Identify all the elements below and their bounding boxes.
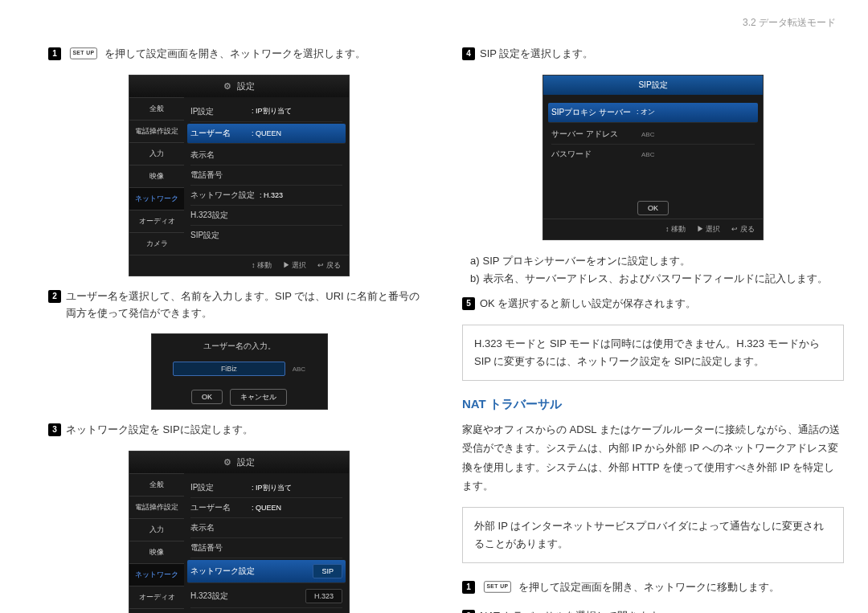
row-net: ネットワーク設定 [190, 190, 255, 201]
note-h323-sip: H.323 モードと SIP モードは同時には使用できません。H.323 モード… [462, 325, 844, 381]
r3-user: ユーザー名 [190, 502, 247, 513]
sip-pw-abc: ABC [641, 151, 654, 158]
row-tel: 電話番号 [190, 170, 247, 181]
step-3-text: ネットワーク設定を SIPに設定します。 [66, 422, 253, 439]
nat-bullet-2: 2 [462, 610, 475, 613]
sidebar-audio: オーディオ [129, 210, 184, 232]
sip-ok-btn: OK [637, 201, 669, 215]
sub-a-text: SIP プロキシサーバーをオンに設定します。 [483, 252, 690, 270]
step-4: 4 SIP 設定を選択します。 [462, 46, 844, 63]
settings-screenshot-1: ⚙ 設定 全般 電話操作設定 入力 映像 ネットワーク オーディオ カメラ IP… [129, 75, 350, 276]
r3-disp: 表示名 [190, 522, 247, 533]
sidebar-camera: カメラ [129, 232, 184, 255]
sidebar-network: ネットワーク [129, 187, 184, 210]
sip-title: SIP設定 [543, 76, 763, 95]
r3-user-v: : QUEEN [252, 504, 281, 512]
setup-key-2: SET UP [484, 581, 511, 592]
sub-b-label: b) [470, 270, 480, 288]
sub-a-label: a) [470, 252, 480, 270]
sip-proxy: SIPプロキシ サーバー [551, 107, 632, 118]
r3-h323: H.323設定 [190, 591, 247, 602]
row-user-v: : QUEEN [252, 129, 281, 137]
sip-pw: パスワード [551, 149, 632, 160]
settings-title: 設定 [237, 81, 255, 91]
settings-screenshot-3: ⚙ 設定 全般 電話操作設定 入力 映像 ネットワーク オーディオ カメラ IP… [129, 451, 350, 613]
row-net-v: : H.323 [260, 191, 283, 199]
sidebar-phoneop: 電話操作設定 [129, 120, 184, 142]
bullet-5: 5 [462, 297, 475, 310]
left-column: 1 SET UP を押して設定画面を開き、ネットワークを選択します。 ⚙ 設定 … [48, 46, 430, 613]
sb3-phoneop: 電話操作設定 [129, 496, 184, 518]
row-h323: H.323設定 [190, 210, 247, 221]
r3-ip-v: : IP割り当て [252, 483, 292, 493]
row-sip: SIP設定 [190, 230, 247, 241]
step-5: 5 OK を選択すると新しい設定が保存されます。 [462, 296, 844, 313]
setup-key: SET UP [70, 47, 97, 59]
step-2-text: ユーザー名を選択して、名前を入力します。SIP では、URI に名前と番号の両方… [66, 288, 430, 322]
sb3-input: 入力 [129, 518, 184, 541]
row-disp: 表示名 [190, 149, 247, 161]
nat-step-1: 1 SET UP を押して設定画面を開き、ネットワークに移動します。 [462, 579, 844, 596]
footer4-select: ▶ 選択 [697, 224, 721, 235]
footer-move: ↕ 移動 [252, 260, 272, 271]
input-title: ユーザー名の入力。 [152, 334, 327, 358]
row-user: ユーザー名 [190, 128, 247, 139]
gear-icon-2: ⚙ [223, 457, 231, 467]
nat-step-2-text: NAT トラバーサルを選択して開きます。 [480, 608, 669, 613]
input-field-value: FiBiz [173, 362, 285, 376]
sip-settings-screenshot: SIP設定 SIPプロキシ サーバー: オン サーバー アドレスABC パスワー… [542, 75, 764, 240]
bullet-4: 4 [462, 47, 475, 60]
nat-step-1-text: を押して設定画面を開き、ネットワークに移動します。 [518, 581, 780, 593]
footer4-back: ↩ 戻る [731, 224, 755, 235]
r3-ip: IP設定 [190, 482, 247, 493]
step-2: 2 ユーザー名を選択して、名前を入力します。SIP では、URI に名前と番号の… [48, 288, 430, 322]
page-header: 3.2 データ転送モード [48, 16, 844, 30]
bullet-2: 2 [48, 290, 61, 303]
row-ip: IP設定 [190, 106, 247, 117]
nat-step-2: 2 NAT トラバーサルを選択して開きます。 [462, 608, 844, 613]
sip-proxy-v: : オン [637, 107, 655, 117]
sb3-network: ネットワーク [129, 563, 184, 586]
dropdown-h323: H.323 [305, 589, 342, 603]
sb3-general: 全般 [129, 473, 184, 496]
sidebar-video: 映像 [129, 165, 184, 187]
sb3-audio: オーディオ [129, 586, 184, 608]
gear-icon: ⚙ [223, 81, 231, 91]
input-abc: ABC [293, 366, 305, 373]
sub-b-text: 表示名、サーバーアドレス、およびパスワードフィールドに記入します。 [483, 270, 828, 288]
substeps: a)SIP プロキシサーバーをオンに設定します。 b)表示名、サーバーアドレス、… [470, 252, 844, 288]
bullet-3: 3 [48, 423, 61, 436]
step-5-text: OK を選択すると新しい設定が保存されます。 [480, 296, 696, 313]
input-cancel-btn: キャンセル [230, 389, 287, 406]
input-ok-btn: OK [191, 390, 223, 404]
row-ip-v: : IP割り当て [252, 106, 292, 116]
sip-addr-abc: ABC [641, 131, 654, 138]
r3-net: ネットワーク設定 [190, 566, 255, 577]
nat-bullet-1: 1 [462, 581, 475, 594]
step-1: 1 SET UP を押して設定画面を開き、ネットワークを選択します。 [48, 46, 430, 63]
footer4-move: ↕ 移動 [665, 224, 686, 235]
nat-heading: NAT トラバーサル [462, 397, 844, 412]
dropdown-sip: SIP [313, 564, 342, 578]
nat-paragraph: 家庭やオフィスからの ADSL またはケーブルルーターに接続しながら、通話の送受… [462, 420, 844, 496]
sb3-camera: カメラ [129, 608, 184, 613]
note-nat-ip: 外部 IP はインターネットサービスプロバイダによって通告なしに変更されることが… [462, 507, 844, 563]
step-3: 3 ネットワーク設定を SIPに設定します。 [48, 422, 430, 439]
sip-addr: サーバー アドレス [551, 129, 632, 140]
step-4-text: SIP 設定を選択します。 [480, 46, 593, 63]
sb3-video: 映像 [129, 541, 184, 563]
footer-select: ▶ 選択 [283, 260, 307, 271]
sidebar-general: 全般 [129, 97, 184, 120]
footer-back: ↩ 戻る [317, 260, 341, 271]
right-column: 4 SIP 設定を選択します。 SIP設定 SIPプロキシ サーバー: オン サ… [462, 46, 844, 613]
sidebar-input: 入力 [129, 142, 184, 165]
bullet-1: 1 [48, 47, 61, 60]
settings-title-2: 設定 [237, 457, 255, 467]
r3-tel: 電話番号 [190, 542, 247, 554]
step-1-text: を押して設定画面を開き、ネットワークを選択します。 [104, 47, 366, 59]
input-screenshot: ユーザー名の入力。 FiBiz ABC OK キャンセル [151, 333, 328, 410]
